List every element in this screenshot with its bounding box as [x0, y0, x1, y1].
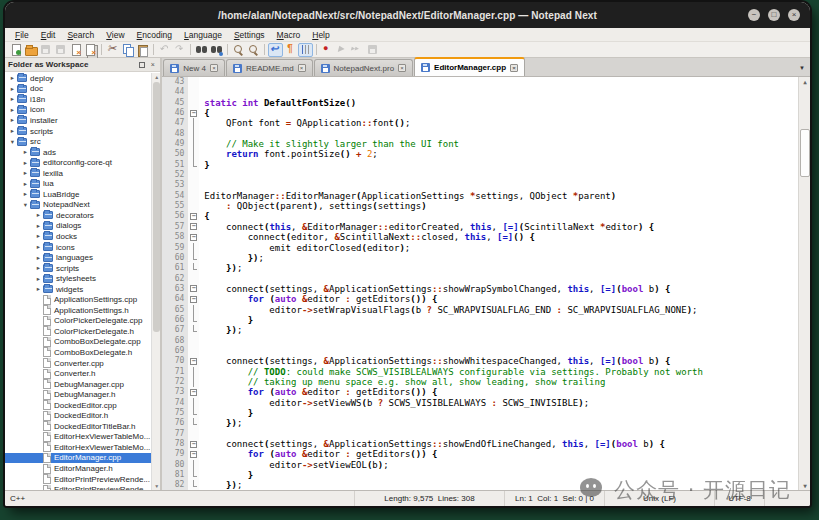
tree-item-lexilla[interactable]: ▸lexilla [5, 168, 160, 179]
tree-item-colorpickerdelegate-cpp[interactable]: ColorPickerDelegate.cpp [5, 316, 160, 327]
tree-item-editorconfig-core-qt[interactable]: ▸editorconfig-core-qt [5, 157, 160, 168]
save-macro-button[interactable] [365, 43, 380, 57]
tree-item-widgets[interactable]: ▸widgets [5, 284, 160, 295]
chevron-down-icon[interactable]: ▾ [21, 201, 30, 209]
indentation-guides-button[interactable] [298, 43, 313, 57]
fold-toggle[interactable]: − [188, 108, 199, 118]
show-all-characters-button[interactable] [283, 43, 298, 57]
tree-item-src[interactable]: ▾src [5, 136, 160, 147]
chevron-right-icon[interactable]: ▸ [8, 127, 17, 135]
tree-item-editormanager-cpp[interactable]: EditorManager.cpp [5, 453, 160, 464]
fold-toggle[interactable]: − [188, 356, 199, 366]
tab-close-button[interactable]: × [298, 64, 306, 72]
chevron-right-icon[interactable]: ▸ [34, 222, 43, 230]
close-all-button[interactable] [83, 43, 98, 57]
chevron-right-icon[interactable]: ▸ [21, 148, 30, 156]
play-macro-button[interactable] [335, 43, 350, 57]
sidebar-scrollbar[interactable]: ▲ ▼ [151, 73, 160, 490]
chevron-right-icon[interactable]: ▸ [34, 264, 43, 272]
chevron-right-icon[interactable]: ▸ [21, 180, 30, 188]
save-all-button[interactable] [53, 43, 68, 57]
fold-toggle[interactable]: − [188, 387, 199, 397]
chevron-down-icon[interactable]: ▾ [8, 138, 17, 146]
chevron-right-icon[interactable]: ▸ [34, 275, 43, 283]
tree-item-dockededitortitlebar-h[interactable]: DockedEditorTitleBar.h [5, 421, 160, 432]
tree-item-installer[interactable]: ▸installer [5, 115, 160, 126]
chevron-right-icon[interactable]: ▸ [21, 159, 30, 167]
record-macro-button[interactable] [320, 43, 335, 57]
tab-readme-md[interactable]: README.md× [226, 59, 313, 76]
tree-item-ads[interactable]: ▸ads [5, 147, 160, 158]
tree-item-stylesheets[interactable]: ▸stylesheets [5, 273, 160, 284]
fold-collapse-icon[interactable]: − [190, 110, 197, 117]
tab-list-dropdown[interactable]: ▼ [796, 62, 808, 74]
sidebar-scroll-thumb[interactable] [153, 82, 160, 332]
window-title-bar[interactable]: /home/alan/NotepadNext/src/NotepadNext/E… [5, 2, 810, 28]
tree-item-converter-h[interactable]: Converter.h [5, 368, 160, 379]
chevron-right-icon[interactable]: ▸ [8, 95, 17, 103]
editor-scroll-thumb[interactable] [800, 129, 810, 177]
scroll-up-icon[interactable]: ▲ [799, 78, 810, 85]
menu-encoding[interactable]: Encoding [131, 30, 178, 40]
chevron-right-icon[interactable]: ▸ [8, 116, 17, 124]
fold-collapse-icon[interactable]: − [190, 213, 197, 220]
chevron-right-icon[interactable]: ▸ [34, 285, 43, 293]
fold-collapse-icon[interactable]: − [190, 451, 197, 458]
tree-item-editormanager-h[interactable]: EditorManager.h [5, 463, 160, 474]
tree-item-comboboxdelegate-h[interactable]: ComboBoxDelegate.h [5, 347, 160, 358]
tree-item-deploy[interactable]: ▸deploy [5, 73, 160, 84]
tree-item-i18n[interactable]: ▸i18n [5, 94, 160, 105]
menu-search[interactable]: Search [61, 30, 100, 40]
tree-item-editorhexviewertablemo-[interactable]: EditorHexViewerTableMo... [5, 442, 160, 453]
undo-button[interactable] [157, 43, 172, 57]
tree-item-luabridge[interactable]: ▸LuaBridge [5, 189, 160, 200]
new-file-button[interactable] [8, 43, 23, 57]
tree-item-lua[interactable]: ▸lua [5, 178, 160, 189]
chevron-right-icon[interactable]: ▸ [8, 85, 17, 93]
tree-item-doc[interactable]: ▸doc [5, 84, 160, 95]
tree-item-editorhexviewertablemo-[interactable]: EditorHexViewerTableMo... [5, 432, 160, 443]
fold-toggle[interactable]: − [188, 222, 199, 232]
chevron-right-icon[interactable]: ▸ [34, 232, 43, 240]
word-wrap-button[interactable] [268, 43, 283, 57]
tree-item-applicationsettings-h[interactable]: ApplicationSettings.h [5, 305, 160, 316]
chevron-right-icon[interactable]: ▸ [8, 106, 17, 114]
tree-item-notepadnext[interactable]: ▾NotepadNext [5, 200, 160, 211]
tree-item-editorprintpreviewrende-[interactable]: EditorPrintPreviewRende... [5, 474, 160, 485]
tab-new-4[interactable]: New 4× [163, 59, 225, 76]
scroll-up-icon[interactable]: ▲ [152, 74, 161, 80]
tab-close-button[interactable]: × [510, 64, 518, 72]
tree-item-colorpickerdelegate-h[interactable]: ColorPickerDelegate.h [5, 326, 160, 337]
fold-collapse-icon[interactable]: − [190, 285, 197, 292]
fold-toggle[interactable]: − [188, 449, 199, 459]
find-button[interactable] [194, 43, 209, 57]
tree-item-icons[interactable]: ▸icons [5, 242, 160, 253]
fold-collapse-icon[interactable]: − [190, 441, 197, 448]
code-area[interactable]: 434445static int DefaultFontSize()46−{47… [162, 77, 798, 490]
chevron-right-icon[interactable]: ▸ [21, 169, 30, 177]
maximize-button[interactable]: □ [768, 9, 780, 21]
fold-toggle[interactable]: − [188, 211, 199, 221]
tree-item-icon[interactable]: ▸icon [5, 105, 160, 116]
tree-item-scripts[interactable]: ▸scripts [5, 263, 160, 274]
paste-button[interactable] [135, 43, 150, 57]
tree-item-languages[interactable]: ▸languages [5, 252, 160, 263]
menu-edit[interactable]: Edit [35, 30, 62, 40]
tree-item-docks[interactable]: ▸docks [5, 231, 160, 242]
sidebar-float-button[interactable] [137, 60, 146, 69]
tree-item-editorprintpreviewrende-[interactable]: EditorPrintPreviewRende... [5, 484, 160, 490]
menu-file[interactable]: File [9, 30, 35, 40]
chevron-right-icon[interactable]: ▸ [34, 211, 43, 219]
minimize-button[interactable]: − [748, 9, 760, 21]
tree-item-dockededitor-h[interactable]: DockedEditor.h [5, 411, 160, 422]
code-editor[interactable]: 434445static int DefaultFontSize()46−{47… [162, 77, 810, 490]
tree-item-scripts[interactable]: ▸scripts [5, 126, 160, 137]
tree-item-applicationsettings-cpp[interactable]: ApplicationSettings.cpp [5, 294, 160, 305]
fold-collapse-icon[interactable]: − [190, 389, 197, 396]
chevron-right-icon[interactable]: ▸ [34, 243, 43, 251]
menu-help[interactable]: Help [306, 30, 335, 40]
tree-item-comboboxdelegate-cpp[interactable]: ComboBoxDelegate.cpp [5, 337, 160, 348]
menu-macro[interactable]: Macro [271, 30, 307, 40]
menu-view[interactable]: View [100, 30, 130, 40]
fold-toggle[interactable]: − [188, 294, 199, 304]
